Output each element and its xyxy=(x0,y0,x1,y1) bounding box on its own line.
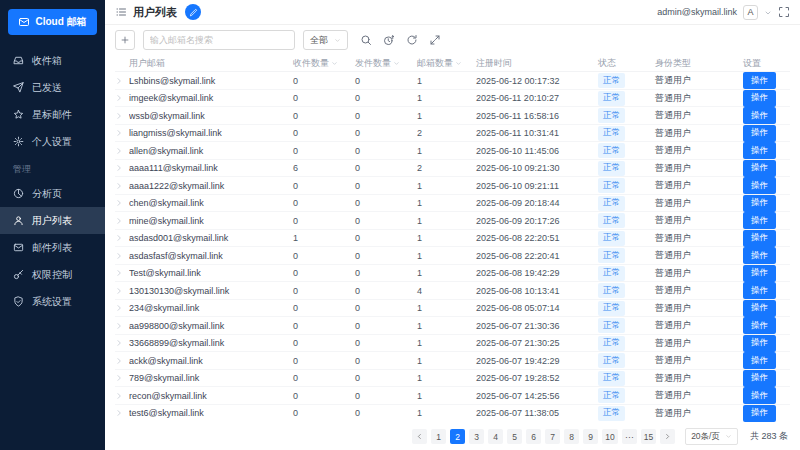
filter-select[interactable]: 全部 xyxy=(303,30,348,50)
refresh-button[interactable] xyxy=(406,34,418,46)
cell-status: 正常 xyxy=(598,178,655,193)
operate-button[interactable]: 操作 xyxy=(743,125,776,142)
row-expand-button[interactable] xyxy=(115,304,129,312)
row-expand-button[interactable] xyxy=(115,182,129,190)
sort-caret-icon[interactable] xyxy=(331,60,338,67)
operate-button[interactable]: 操作 xyxy=(743,160,776,177)
row-expand-button[interactable] xyxy=(115,94,129,102)
status-badge: 正常 xyxy=(598,91,625,106)
cell-role: 普通用户 xyxy=(655,179,743,192)
operate-button[interactable]: 操作 xyxy=(743,352,776,369)
column-header[interactable]: 发件数量 xyxy=(355,57,417,70)
row-expand-button[interactable] xyxy=(115,357,129,365)
row-expand-button[interactable] xyxy=(115,322,129,330)
collapse-menu-button[interactable] xyxy=(115,6,127,18)
account-menu-caret[interactable] xyxy=(764,3,772,21)
cell-role: 普通用户 xyxy=(655,249,743,262)
sort-caret-icon[interactable] xyxy=(393,60,400,67)
cell-user-email: recon@skymail.link xyxy=(129,391,293,401)
row-expand-button[interactable] xyxy=(115,252,129,260)
sidebar-item[interactable]: 用户列表 xyxy=(0,207,105,234)
row-expand-button[interactable] xyxy=(115,409,129,417)
row-expand-button[interactable] xyxy=(115,147,129,155)
operate-button[interactable]: 操作 xyxy=(743,107,776,124)
page-number-button[interactable]: 15 xyxy=(641,429,656,444)
row-expand-button[interactable] xyxy=(115,234,129,242)
row-expand-button[interactable] xyxy=(115,164,129,172)
sidebar-item[interactable]: 邮件列表 xyxy=(0,234,105,261)
sidebar-item[interactable]: 已发送 xyxy=(0,74,105,101)
edit-title-button[interactable] xyxy=(185,4,201,20)
row-expand-button[interactable] xyxy=(115,287,129,295)
column-header[interactable]: 邮箱数量 xyxy=(417,57,476,70)
sort-caret-icon[interactable] xyxy=(455,60,462,67)
column-header[interactable]: 注册时间 xyxy=(476,57,598,70)
pagination-prev-button[interactable] xyxy=(412,429,427,444)
page-number-button[interactable]: 3 xyxy=(469,429,484,444)
operate-button[interactable]: 操作 xyxy=(743,195,776,212)
cell-sent-count: 0 xyxy=(355,233,417,243)
sidebar-item[interactable]: 权限控制 xyxy=(0,261,105,288)
fullscreen-button[interactable] xyxy=(778,6,790,18)
operate-button[interactable]: 操作 xyxy=(743,247,776,264)
operate-button[interactable]: 操作 xyxy=(743,282,776,299)
operate-button[interactable]: 操作 xyxy=(743,317,776,334)
row-expand-button[interactable] xyxy=(115,199,129,207)
cell-status: 正常 xyxy=(598,266,655,281)
sidebar-item[interactable]: 系统设置 xyxy=(0,288,105,315)
page-number-button[interactable]: ⋯ xyxy=(622,429,637,444)
brand-button[interactable]: Cloud 邮箱 xyxy=(8,9,97,35)
search-button[interactable] xyxy=(360,34,372,46)
row-expand-button[interactable] xyxy=(115,77,129,85)
row-expand-button[interactable] xyxy=(115,217,129,225)
avatar[interactable]: A xyxy=(743,5,758,20)
operate-button[interactable]: 操作 xyxy=(743,212,776,229)
sidebar-item[interactable]: 收件箱 xyxy=(0,47,105,74)
row-expand-button[interactable] xyxy=(115,112,129,120)
column-header[interactable]: 用户邮箱 xyxy=(129,57,293,70)
column-header[interactable]: 身份类型 xyxy=(655,57,743,70)
sidebar-item-label: 权限控制 xyxy=(32,268,72,282)
expand-button[interactable] xyxy=(429,34,441,46)
operate-button[interactable]: 操作 xyxy=(743,265,776,282)
column-header[interactable]: 收件数量 xyxy=(293,57,355,70)
operate-button[interactable]: 操作 xyxy=(743,230,776,247)
page-number-button[interactable]: 1 xyxy=(431,429,446,444)
operate-button[interactable]: 操作 xyxy=(743,370,776,387)
column-header[interactable]: 状态 xyxy=(598,57,655,70)
page-number-button[interactable]: 5 xyxy=(507,429,522,444)
pagination-next-button[interactable] xyxy=(660,429,675,444)
timer-button[interactable] xyxy=(383,34,395,46)
operate-button[interactable]: 操作 xyxy=(743,300,776,317)
page-size-select[interactable]: 20条/页 xyxy=(685,428,738,445)
row-expand-button[interactable] xyxy=(115,269,129,277)
operate-button[interactable]: 操作 xyxy=(743,90,776,107)
search-input[interactable] xyxy=(143,30,295,50)
add-user-button[interactable] xyxy=(115,30,135,50)
sidebar-item[interactable]: 分析页 xyxy=(0,180,105,207)
operate-button[interactable]: 操作 xyxy=(743,405,776,422)
page-number-button[interactable]: 8 xyxy=(564,429,579,444)
operate-button[interactable]: 操作 xyxy=(743,387,776,404)
row-expand-button[interactable] xyxy=(115,339,129,347)
column-header[interactable]: 设置 xyxy=(743,57,790,70)
page-number-button[interactable]: 6 xyxy=(526,429,541,444)
sidebar-item[interactable]: 星标邮件 xyxy=(0,101,105,128)
operate-button[interactable]: 操作 xyxy=(743,142,776,159)
page-number-button[interactable]: 2 xyxy=(450,429,465,444)
cell-sent-count: 0 xyxy=(355,251,417,261)
row-expand-button[interactable] xyxy=(115,129,129,137)
operate-button[interactable]: 操作 xyxy=(743,335,776,352)
row-expand-button[interactable] xyxy=(115,392,129,400)
page-number-button[interactable]: 10 xyxy=(602,429,617,444)
cell-sent-count: 0 xyxy=(355,163,417,173)
cell-sent-count: 0 xyxy=(355,146,417,156)
page-number-button[interactable]: 9 xyxy=(583,429,598,444)
operate-button[interactable]: 操作 xyxy=(743,177,776,194)
page-number-button[interactable]: 7 xyxy=(545,429,560,444)
operate-button[interactable]: 操作 xyxy=(743,72,776,89)
row-expand-button[interactable] xyxy=(115,374,129,382)
expand-icon xyxy=(429,34,441,46)
sidebar-item[interactable]: 个人设置 xyxy=(0,128,105,155)
page-number-button[interactable]: 4 xyxy=(488,429,503,444)
